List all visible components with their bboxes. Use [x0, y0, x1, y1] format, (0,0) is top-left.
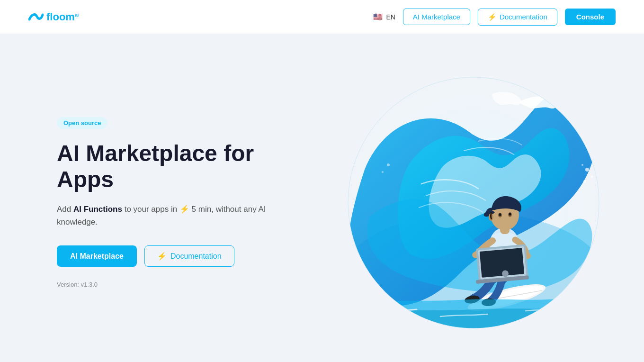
svg-point-8 — [387, 163, 390, 166]
desc-bold: AI Functions — [73, 205, 122, 214]
hero-title: AI Marketplace for Apps — [57, 140, 284, 192]
nav-actions: 🇺🇸 EN AI Marketplace ⚡ Documentation Con… — [373, 9, 616, 26]
hero-docs-button[interactable]: ⚡ Documentation — [144, 245, 234, 267]
navbar: floomai 🇺🇸 EN AI Marketplace ⚡ Documenta… — [0, 0, 644, 34]
logo-wordmark: floomai — [46, 11, 79, 23]
svg-point-9 — [382, 171, 384, 173]
nav-docs-button[interactable]: ⚡ Documentation — [478, 9, 557, 26]
docs-icon: ⚡ — [488, 13, 497, 21]
svg-point-6 — [593, 159, 595, 161]
hero-docs-icon: ⚡ — [157, 252, 167, 261]
lang-label: EN — [386, 13, 395, 21]
version-label: Version: v1.3.0 — [57, 281, 98, 288]
logo-icon — [28, 11, 44, 23]
svg-point-26 — [499, 213, 501, 216]
nav-console-button[interactable]: Console — [565, 9, 616, 25]
svg-point-27 — [509, 213, 511, 216]
docs-label: Documentation — [500, 13, 547, 21]
hero-illustration — [346, 75, 601, 331]
svg-point-5 — [583, 180, 586, 183]
svg-rect-19 — [480, 248, 524, 278]
svg-point-7 — [581, 164, 583, 166]
flag-icon: 🇺🇸 — [373, 13, 383, 21]
logo[interactable]: floomai — [28, 11, 79, 23]
open-source-badge: Open source — [57, 117, 107, 129]
hero-illustration-area — [341, 75, 606, 331]
hero-description: Add AI Functions to your apps in ⚡ 5 min… — [57, 203, 284, 228]
hero-docs-label: Documentation — [170, 252, 222, 261]
hero-cta-group: AI Marketplace ⚡ Documentation — [57, 245, 284, 267]
hero-marketplace-button[interactable]: AI Marketplace — [57, 245, 137, 267]
language-selector[interactable]: 🇺🇸 EN — [373, 13, 395, 21]
desc-prefix: Add — [57, 205, 73, 214]
hero-content: Open source AI Marketplace for Apps Add … — [57, 117, 284, 289]
hero-section: Open source AI Marketplace for Apps Add … — [0, 34, 644, 362]
svg-point-3 — [585, 168, 589, 172]
nav-marketplace-button[interactable]: AI Marketplace — [403, 9, 470, 25]
svg-point-4 — [591, 176, 593, 178]
